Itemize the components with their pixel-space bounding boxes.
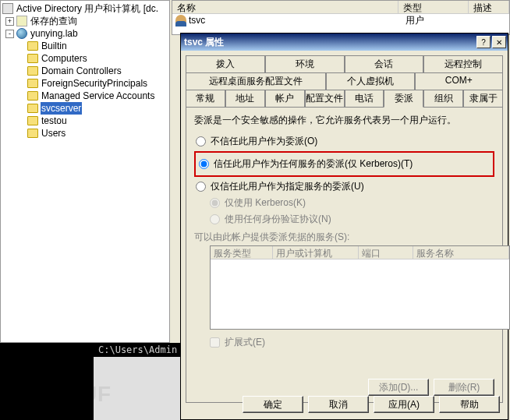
titlebar[interactable]: tsvc 属性 ? ✕ [181,34,508,51]
col-svc-port[interactable]: 端口 [359,246,413,259]
folder-icon [27,91,38,101]
services-header: 服务类型 用户或计算机 端口 服务名称 [211,246,509,259]
radio-label: 仅使用 Kerberos(K) [225,196,306,210]
col-svc-host[interactable]: 用户或计算机 [273,246,359,259]
dialog-button-row: 确定 取消 应用(A) 帮助 [243,396,500,413]
radio-label: 不信任此用户作为委派(O) [211,135,317,148]
tab-account[interactable]: 帐户 [265,90,305,107]
tree-root-label: Active Directory 用户和计算机 [dc. [16,2,159,15]
services-label: 可以由此帐户提供委派凭据的服务(S): [194,231,494,244]
col-svc-type[interactable]: 服务类型 [211,246,273,259]
tab-rds[interactable]: 远程桌面服务配置文件 [186,72,326,90]
folder-icon [27,116,38,125]
radio-trust-any[interactable]: 信任此用户作为任何服务的委派(仅 Kerberos)(T) [199,157,491,171]
tab-address[interactable]: 地址 [225,90,265,107]
radio-label: 使用任何身份验证协议(N) [225,213,331,226]
radio-no-trust-input[interactable] [196,136,206,146]
tree-label: Users [41,127,66,139]
tree-child[interactable]: Domain Controllers [2,65,169,77]
tab-remote[interactable]: 远程控制 [423,55,503,72]
radio-use-any-auth: 使用任何身份验证协议(N) [210,213,494,226]
list-row[interactable]: tsvc 用户 [172,14,509,26]
tab-row-2: 远程桌面服务配置文件 个人虚拟机 COM+ [186,72,503,90]
tab-general[interactable]: 常规 [186,90,225,107]
cmd-path: C:\Users\Admin [94,343,183,357]
close-button[interactable]: ✕ [492,36,506,48]
folder-icon [27,66,38,76]
radio-trust-spec-input[interactable] [196,182,206,192]
col-type[interactable]: 类型 [398,1,469,13]
radio-no-trust[interactable]: 不信任此用户作为委派(O) [196,135,494,148]
domain-icon [16,28,27,39]
folder-icon [27,41,38,51]
tab-phone[interactable]: 电话 [345,90,384,107]
help-dialog-button[interactable]: 帮助 [439,396,500,413]
ok-button[interactable]: 确定 [243,396,303,413]
delegation-panel: 委派是一个安全敏感的操作，它允许服务代表另一个用户运行。 不信任此用户作为委派(… [186,107,503,403]
remove-service-button: 删除(R) [434,379,494,396]
tree-saved-queries[interactable]: + 保存的查询 [2,15,169,27]
tree-label: testou [41,115,68,127]
tree-label: Managed Service Accounts [41,90,155,102]
expand-icon[interactable]: + [5,17,14,26]
expanded-input [210,337,220,348]
tree-domain[interactable]: - yunying.lab [2,27,169,40]
radio-use-any-input [210,214,220,224]
tree-child[interactable]: ForeignSecurityPrincipals [2,77,169,90]
tree-child-selected[interactable]: svcserver [2,102,169,115]
tree-child[interactable]: Users [2,127,169,139]
apply-button[interactable]: 应用(A) [374,396,434,413]
radio-use-kerberos: 仅使用 Kerberos(K) [210,196,494,210]
expanded-label: 扩展式(E) [225,336,265,349]
tab-delegation[interactable]: 委派 [384,90,423,108]
radio-trust-spec[interactable]: 仅信任此用户作为指定服务的委派(U) [196,180,494,193]
expanded-checkbox: 扩展式(E) [210,336,494,349]
tree-child[interactable]: Builtin [2,40,169,52]
folder-icon [27,129,38,138]
tree-child[interactable]: Computers [2,52,169,65]
col-desc[interactable]: 描述 [469,1,509,13]
tree-label: Computers [41,52,88,65]
tab-session[interactable]: 会话 [345,55,424,72]
tree-root[interactable]: Active Directory 用户和计算机 [dc. [2,2,169,15]
tree-label: Domain Controllers [41,65,122,77]
delegation-info: 委派是一个安全敏感的操作，它允许服务代表另一个用户运行。 [194,114,494,127]
tree-label: ForeignSecurityPrincipals [41,77,148,90]
tree-child[interactable]: testou [2,115,169,127]
list-header: 名称 类型 描述 [172,1,509,14]
folder-icon [27,79,38,88]
ad-tree-panel: Active Directory 用户和计算机 [dc. + 保存的查询 - y… [0,0,170,343]
folder-icon [16,16,27,26]
tab-org[interactable]: 组织 [423,90,463,107]
folder-icon [27,54,38,63]
col-name[interactable]: 名称 [172,1,398,13]
help-button[interactable]: ? [476,36,491,48]
tab-vm[interactable]: 个人虚拟机 [326,72,414,90]
object-list: 名称 类型 描述 tsvc 用户 [172,0,510,35]
tree-label: 保存的查询 [30,15,78,27]
tab-com[interactable]: COM+ [415,72,503,90]
radio-trust-any-input[interactable] [199,159,209,169]
row-type: 用户 [406,14,424,27]
tab-env[interactable]: 环境 [265,55,345,72]
collapse-icon[interactable]: - [5,30,14,38]
tree-child[interactable]: Managed Service Accounts [2,90,169,102]
cancel-button[interactable]: 取消 [308,396,369,413]
highlight-box: 信任此用户作为任何服务的委派(仅 Kerberos)(T) [194,151,494,177]
tab-profile[interactable]: 配置文件 [305,90,345,107]
watermark: FREEBUF [3,382,112,407]
folder-icon [27,104,38,113]
radio-label: 仅信任此用户作为指定服务的委派(U) [211,180,364,193]
add-service-button: 添加(D)... [368,379,429,396]
row-name: tsvc [189,15,406,26]
user-icon [175,15,186,26]
tree-label: Builtin [41,40,68,52]
ad-icon [2,3,13,14]
tree-label: yunying.lab [30,27,79,40]
tab-memberof[interactable]: 隶属于 [463,90,503,107]
tab-dialin[interactable]: 拨入 [186,55,265,72]
tree-label: svcserver [41,102,82,115]
dialog-title: tsvc 属性 [184,36,476,49]
tab-row-3: 常规 地址 帐户 配置文件 电话 委派 组织 隶属于 [186,90,503,107]
col-svc-name[interactable]: 服务名称 [413,246,509,259]
